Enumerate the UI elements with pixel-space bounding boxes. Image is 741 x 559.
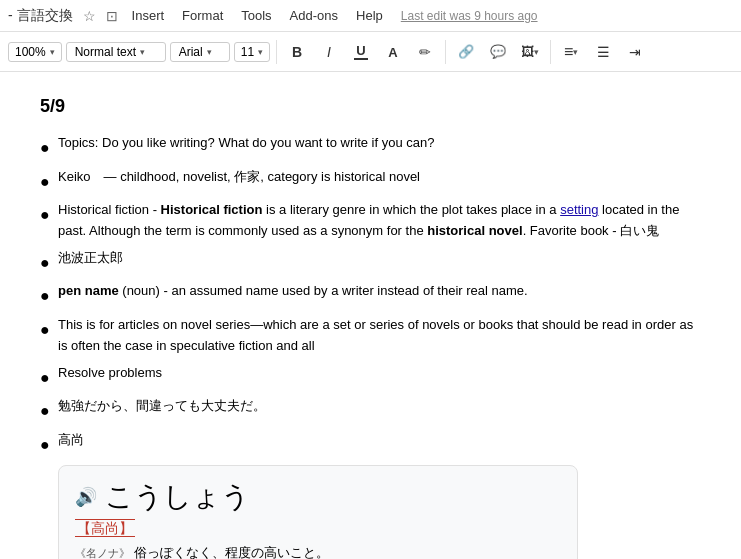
divider-3 xyxy=(550,40,551,64)
style-control[interactable]: Normal text ▾ xyxy=(66,42,166,62)
list-item-text: Historical fiction - Historical fiction … xyxy=(58,200,701,242)
size-chevron: ▾ xyxy=(258,47,263,57)
menu-format[interactable]: Format xyxy=(174,4,231,27)
list-item: ● Topics: Do you like writing? What do y… xyxy=(40,133,701,161)
style-value: Normal text xyxy=(75,45,136,59)
bullet-dot: ● xyxy=(40,365,58,391)
list-item: ● Resolve problems xyxy=(40,363,701,391)
font-value: Arial xyxy=(179,45,203,59)
list-item: ● 高尚 xyxy=(40,430,701,458)
indent-button[interactable]: ⇥ xyxy=(621,38,649,66)
zoom-value: 100% xyxy=(15,45,46,59)
menu-bar: - 言語交換 ☆ ⊡ Insert Format Tools Add-ons H… xyxy=(0,0,741,32)
bold-button[interactable]: B xyxy=(283,38,311,66)
bullet-dot: ● xyxy=(40,202,58,228)
bullet-dot: ● xyxy=(40,250,58,276)
bullet-dot: ● xyxy=(40,432,58,458)
translation-header: 🔊 こうしょう xyxy=(75,478,561,516)
line-spacing-button[interactable]: ☰ xyxy=(589,38,617,66)
underline-button[interactable]: U xyxy=(347,38,375,66)
list-item: ● This is for articles on novel series—w… xyxy=(40,315,701,357)
list-item-text: This is for articles on novel series—whi… xyxy=(58,315,701,357)
kanji-display: 【高尚】 xyxy=(75,520,561,538)
folder-icon[interactable]: ⊡ xyxy=(102,6,122,26)
bullet-dot: ● xyxy=(40,398,58,424)
style-chevron: ▾ xyxy=(140,47,145,57)
menu-help[interactable]: Help xyxy=(348,4,391,27)
list-item-text: 勉強だから、間違っても大丈夫だ。 xyxy=(58,396,701,417)
list-item: ● Keiko — childhood, novelist, 作家, categ… xyxy=(40,167,701,195)
link-button[interactable]: 🔗 xyxy=(452,38,480,66)
list-item: ● 勉強だから、間違っても大丈夫だ。 xyxy=(40,396,701,424)
menu-addons[interactable]: Add-ons xyxy=(282,4,346,27)
setting-link[interactable]: setting xyxy=(560,202,598,217)
size-control[interactable]: 11 ▾ xyxy=(234,42,270,62)
list-item-text: Keiko — childhood, novelist, 作家, categor… xyxy=(58,167,701,188)
content-area: 5/9 ● Topics: Do you like writing? What … xyxy=(0,72,741,559)
text-color-button[interactable]: A xyxy=(379,38,407,66)
font-control[interactable]: Arial ▾ xyxy=(170,42,230,62)
italic-button[interactable]: I xyxy=(315,38,343,66)
definition-block: 《名ノナ》 俗っぽくなく、程度の高いこと。 「—な趣味」 xyxy=(75,544,561,559)
highlight-button[interactable]: ✏ xyxy=(411,38,439,66)
bullet-dot: ● xyxy=(40,317,58,343)
divider-1 xyxy=(276,40,277,64)
zoom-control[interactable]: 100% ▾ xyxy=(8,42,62,62)
bullet-dot: ● xyxy=(40,283,58,309)
last-edit-label[interactable]: Last edit was 9 hours ago xyxy=(401,9,538,23)
list-item-text: 池波正太郎 xyxy=(58,248,701,269)
comment-button[interactable]: 💬 xyxy=(484,38,512,66)
bullet-dot: ● xyxy=(40,135,58,161)
align-button[interactable]: ≡ ▾ xyxy=(557,38,585,66)
toolbar: 100% ▾ Normal text ▾ Arial ▾ 11 ▾ B I U … xyxy=(0,32,741,72)
list-item: ● Historical fiction - Historical fictio… xyxy=(40,200,701,242)
list-item-text: pen name (noun) - an assumed name used b… xyxy=(58,281,701,302)
definition-text: 俗っぽくなく、程度の高いこと。 xyxy=(134,545,329,559)
part-of-speech: 《名ノナ》 xyxy=(75,547,130,559)
list-item: ● 池波正太郎 xyxy=(40,248,701,276)
list-item-text: Topics: Do you like writing? What do you… xyxy=(58,133,701,154)
translation-card: 🔊 こうしょう 【高尚】 《名ノナ》 俗っぽくなく、程度の高いこと。 「—な趣味… xyxy=(58,465,578,559)
page-number: 5/9 xyxy=(40,96,701,117)
bullet-list: ● Topics: Do you like writing? What do y… xyxy=(40,133,701,457)
menu-tools[interactable]: Tools xyxy=(233,4,279,27)
size-value: 11 xyxy=(241,45,254,59)
list-item-text: Resolve problems xyxy=(58,363,701,384)
star-icon[interactable]: ☆ xyxy=(79,6,100,26)
list-item-text: 高尚 xyxy=(58,430,701,451)
zoom-chevron: ▾ xyxy=(50,47,55,57)
image-button[interactable]: 🖼 ▾ xyxy=(516,38,544,66)
speaker-icon[interactable]: 🔊 xyxy=(75,486,97,508)
kana-reading: こうしょう xyxy=(105,478,250,516)
font-chevron: ▾ xyxy=(207,47,212,57)
window-title: - 言語交換 xyxy=(8,7,73,25)
menu-insert[interactable]: Insert xyxy=(124,4,173,27)
list-item: ● pen name (noun) - an assumed name used… xyxy=(40,281,701,309)
divider-2 xyxy=(445,40,446,64)
bullet-dot: ● xyxy=(40,169,58,195)
